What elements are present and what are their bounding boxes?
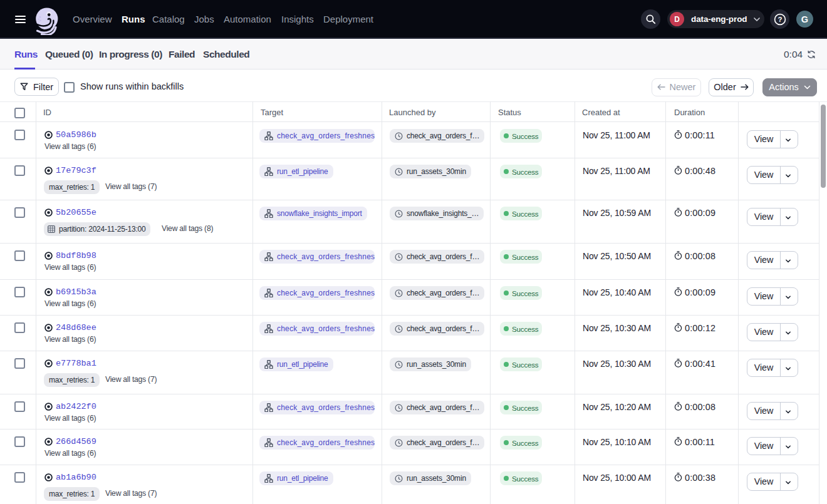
svg-text:?: ? (778, 16, 782, 23)
